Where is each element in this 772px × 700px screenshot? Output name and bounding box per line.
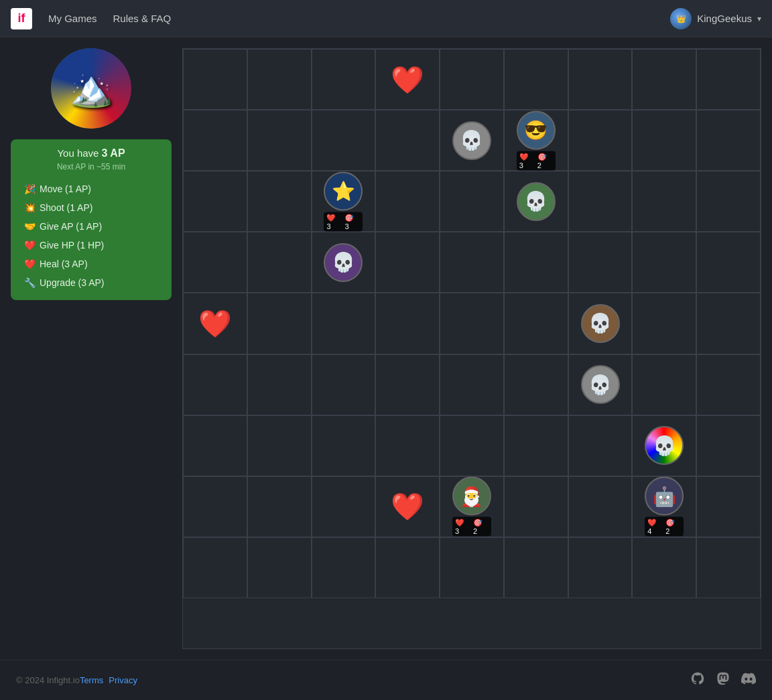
- cell-3-6[interactable]: [568, 232, 633, 293]
- cell-8-8[interactable]: [696, 537, 761, 598]
- cell-7-8[interactable]: [696, 476, 761, 537]
- cell-0-0[interactable]: [183, 49, 247, 110]
- cell-7-0[interactable]: [183, 476, 247, 537]
- cell-4-1[interactable]: [247, 293, 312, 354]
- terms-link[interactable]: Terms: [80, 675, 103, 685]
- cell-2-0[interactable]: [183, 171, 247, 232]
- cell-6-1[interactable]: [247, 415, 312, 476]
- cell-1-1[interactable]: [247, 110, 312, 171]
- cell-5-4[interactable]: [440, 354, 504, 415]
- cell-3-4[interactable]: [440, 232, 504, 293]
- piece-player-grey[interactable]: 💀: [581, 365, 620, 404]
- cell-0-4[interactable]: [440, 49, 504, 110]
- cell-7-6[interactable]: [568, 476, 633, 537]
- cell-5-5[interactable]: [504, 354, 568, 415]
- heart-heart1[interactable]: ❤️: [391, 64, 424, 95]
- cell-5-3[interactable]: [375, 354, 440, 415]
- cell-7-7[interactable]: 🤖❤️ 4🎯 2: [632, 476, 696, 537]
- cell-6-3[interactable]: [375, 415, 440, 476]
- cell-8-3[interactable]: [375, 537, 440, 598]
- user-menu[interactable]: 👑 KingGeekus ▾: [670, 8, 761, 29]
- piece-player-brown[interactable]: 💀: [581, 304, 620, 343]
- discord-icon[interactable]: [741, 671, 756, 689]
- cell-3-7[interactable]: [632, 232, 696, 293]
- cell-4-8[interactable]: [696, 293, 761, 354]
- cell-2-2[interactable]: ⭐❤️ 3🎯 3: [312, 171, 376, 232]
- cell-2-5[interactable]: 💀: [504, 171, 568, 232]
- cell-1-3[interactable]: [375, 110, 440, 171]
- cell-4-4[interactable]: [440, 293, 504, 354]
- cell-4-2[interactable]: [312, 293, 376, 354]
- cell-7-2[interactable]: [312, 476, 376, 537]
- nav-my-games[interactable]: My Games: [48, 13, 97, 24]
- cell-5-1[interactable]: [247, 354, 312, 415]
- cell-0-6[interactable]: [568, 49, 633, 110]
- cell-6-4[interactable]: [440, 415, 504, 476]
- piece-player-santa[interactable]: 🎅❤️ 3🎯 2: [452, 477, 491, 537]
- cell-6-6[interactable]: [568, 415, 633, 476]
- cell-3-0[interactable]: [183, 232, 247, 293]
- action-heal[interactable]: ❤️ Heal (3 AP): [21, 255, 161, 273]
- piece-player-pirate[interactable]: 💀: [324, 243, 363, 282]
- cell-7-5[interactable]: [504, 476, 568, 537]
- cell-3-1[interactable]: [247, 232, 312, 293]
- cell-6-5[interactable]: [504, 415, 568, 476]
- cell-8-4[interactable]: [440, 537, 504, 598]
- cell-4-0[interactable]: ❤️: [183, 293, 247, 354]
- action-move[interactable]: 🎉 Move (1 AP): [21, 180, 161, 198]
- action-give-hp[interactable]: ❤️ Give HP (1 HP): [21, 236, 161, 255]
- piece-player-rainbow[interactable]: 💀: [645, 426, 684, 465]
- cell-6-7[interactable]: 💀: [632, 415, 696, 476]
- piece-player-cowboy[interactable]: 😎❤️ 3🎯 2: [517, 111, 556, 170]
- cell-2-3[interactable]: [375, 171, 440, 232]
- cell-1-7[interactable]: [632, 110, 696, 171]
- cell-3-2[interactable]: 💀: [312, 232, 376, 293]
- piece-player-skull1[interactable]: 💀: [452, 121, 491, 160]
- heart-heart2[interactable]: ❤️: [198, 307, 232, 339]
- cell-1-6[interactable]: [568, 110, 633, 171]
- cell-0-8[interactable]: [696, 49, 761, 110]
- cell-6-8[interactable]: [696, 415, 761, 476]
- cell-7-1[interactable]: [247, 476, 312, 537]
- cell-3-8[interactable]: [696, 232, 761, 293]
- cell-7-3[interactable]: ❤️: [375, 476, 440, 537]
- cell-1-2[interactable]: [312, 110, 376, 171]
- cell-4-6[interactable]: 💀: [568, 293, 633, 354]
- cell-5-8[interactable]: [696, 354, 761, 415]
- cell-5-2[interactable]: [312, 354, 376, 415]
- cell-3-3[interactable]: [375, 232, 440, 293]
- cell-2-6[interactable]: [568, 171, 633, 232]
- action-shoot[interactable]: 💥 Shoot (1 AP): [21, 198, 161, 217]
- cell-1-0[interactable]: [183, 110, 247, 171]
- cell-0-7[interactable]: [632, 49, 696, 110]
- cell-0-2[interactable]: [312, 49, 376, 110]
- cell-6-0[interactable]: [183, 415, 247, 476]
- cell-4-7[interactable]: [632, 293, 696, 354]
- action-upgrade[interactable]: 🔧 Upgrade (3 AP): [21, 273, 161, 292]
- cell-7-4[interactable]: 🎅❤️ 3🎯 2: [440, 476, 504, 537]
- cell-8-1[interactable]: [247, 537, 312, 598]
- cell-2-8[interactable]: [696, 171, 761, 232]
- heart-heart3[interactable]: ❤️: [391, 491, 424, 522]
- cell-4-3[interactable]: [375, 293, 440, 354]
- cell-8-0[interactable]: [183, 537, 247, 598]
- cell-0-1[interactable]: [247, 49, 312, 110]
- mastodon-icon[interactable]: [716, 671, 730, 689]
- nav-rules-faq[interactable]: Rules & FAQ: [113, 13, 172, 24]
- cell-8-2[interactable]: [312, 537, 376, 598]
- action-give-ap[interactable]: 🤝 Give AP (1 AP): [21, 217, 161, 236]
- cell-8-6[interactable]: [568, 537, 633, 598]
- cell-1-4[interactable]: 💀: [440, 110, 504, 171]
- cell-2-7[interactable]: [632, 171, 696, 232]
- piece-player-skull-green[interactable]: 💀: [517, 182, 556, 221]
- cell-5-0[interactable]: [183, 354, 247, 415]
- cell-4-5[interactable]: [504, 293, 568, 354]
- logo[interactable]: if: [11, 8, 32, 29]
- cell-0-5[interactable]: [504, 49, 568, 110]
- player-avatar[interactable]: 🏔️: [51, 48, 131, 129]
- cell-6-2[interactable]: [312, 415, 376, 476]
- piece-player-star[interactable]: ⭐❤️ 3🎯 3: [324, 171, 363, 231]
- cell-0-3[interactable]: ❤️: [375, 49, 440, 110]
- cell-2-1[interactable]: [247, 171, 312, 232]
- cell-1-5[interactable]: 😎❤️ 3🎯 2: [504, 110, 568, 171]
